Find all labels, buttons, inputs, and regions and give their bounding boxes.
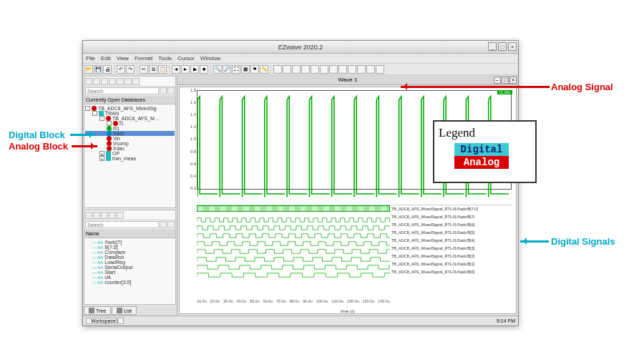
tree-item[interactable]: -TB_ADC8_AFS_M… [85, 116, 175, 121]
db-search-input[interactable] [85, 87, 159, 94]
tool-d-icon[interactable] [301, 65, 310, 74]
tree-item[interactable]: -I1 [85, 121, 175, 126]
sig-tool-icon[interactable] [101, 212, 108, 219]
maximize-button[interactable]: □ [498, 42, 507, 51]
tool-g-icon[interactable] [329, 65, 338, 74]
db-tool-icon[interactable] [85, 78, 92, 85]
digital-channel[interactable] [197, 229, 390, 235]
tree-item[interactable]: R1 [85, 126, 175, 131]
zoom-fit-icon[interactable]: ⛶ [232, 65, 240, 74]
tool-j-icon[interactable] [357, 65, 366, 74]
menu-file[interactable]: File [86, 55, 95, 62]
open-icon[interactable]: 📂 [84, 65, 93, 74]
list-item[interactable]: — ΛΛ counter[3:0] [85, 280, 175, 285]
tool-h-icon[interactable] [338, 65, 347, 74]
db-tool-icon[interactable] [132, 78, 140, 85]
save-icon[interactable]: 💾 [94, 65, 102, 74]
stop-icon[interactable]: ■ [200, 65, 208, 74]
digital-signal-label[interactable]: TB_ADC8_AFS_MixedSignal_RTL/I1/Xadc/B[6] [391, 221, 512, 228]
redo-icon[interactable]: ↷ [126, 65, 135, 74]
digital-signal-label[interactable]: TB_ADC8_AFS_MixedSignal_RTL/I1/Xadc/B[7:… [391, 205, 512, 212]
analog-signal-badge[interactable]: I1.Vin [497, 90, 512, 94]
digital-signal-label[interactable]: TB_ADC8_AFS_MixedSignal_RTL/I1/Xadc/B[4] [391, 237, 512, 243]
play-icon[interactable]: ▶ [190, 65, 199, 74]
list-item[interactable]: — ΛΛ B[7:0] [85, 245, 175, 250]
tool-l-icon[interactable] [376, 65, 384, 74]
tool-b-icon[interactable] [283, 65, 291, 74]
menu-tools[interactable]: Tools [158, 55, 172, 62]
digital-channel[interactable] [197, 245, 390, 251]
list-item[interactable]: — ΛΛ Start [85, 270, 175, 275]
sig-tool-icon[interactable] [85, 212, 92, 219]
minimize-button[interactable]: _ [488, 42, 497, 51]
digital-bus[interactable] [197, 205, 390, 212]
search-icon[interactable] [160, 221, 167, 228]
tool-e-icon[interactable] [311, 65, 319, 74]
db-tool-icon[interactable] [125, 78, 132, 85]
digital-signal-label[interactable]: TB_ADC8_AFS_MixedSignal_RTL/I1/Xadc/B[2] [391, 253, 512, 259]
undo-icon[interactable]: ↶ [117, 65, 125, 74]
tool-k-icon[interactable] [366, 65, 375, 74]
tool-a-icon[interactable] [273, 65, 282, 74]
menu-edit[interactable]: Edit [101, 55, 111, 62]
tool-f-icon[interactable] [320, 65, 328, 74]
digital-channel[interactable] [197, 237, 390, 243]
db-tree[interactable]: -TB_ADC8_AFS_MixedSig-TRAN-TB_ADC8_AFS_M… [84, 104, 175, 207]
menu-cursor[interactable]: Cursor [177, 55, 195, 62]
tree-item[interactable]: -TRAN [85, 111, 175, 116]
marker-icon[interactable]: ⚑ [250, 65, 259, 74]
tool-i-icon[interactable] [348, 65, 356, 74]
sig-tool-icon[interactable] [93, 212, 100, 219]
fwd-icon[interactable]: ► [181, 65, 190, 74]
paste-icon[interactable]: 📋 [158, 65, 167, 74]
zoom-out-icon[interactable]: 🔎 [223, 65, 231, 74]
signals-list[interactable]: — ΛΛ Xadc[?]— ΛΛ B[7:0]— ΛΛ Compare— ΛΛ … [84, 238, 175, 304]
db-tool-icon[interactable] [101, 78, 108, 85]
tree-item[interactable]: Vin [85, 136, 175, 141]
digital-channel[interactable] [197, 253, 390, 259]
wave-max-icon[interactable]: □ [502, 77, 509, 84]
digital-signal-label[interactable]: TB_ADC8_AFS_MixedSignal_RTL/I1/Xadc/B[5] [391, 229, 512, 235]
wave-pin-icon[interactable]: – [494, 77, 501, 84]
menu-format[interactable]: Format [135, 55, 152, 62]
list-item[interactable]: — ΛΛ LoadReg [85, 260, 175, 265]
digital-channel[interactable] [197, 221, 390, 228]
tab-list[interactable]: List [112, 306, 137, 315]
wave-close-icon[interactable]: × [509, 77, 517, 84]
tree-item[interactable]: Xdac [85, 146, 175, 151]
clear-icon[interactable] [167, 87, 175, 94]
tree-item[interactable]: Vcomp [85, 141, 175, 146]
digital-plot[interactable]: TB_ADC8_AFS_MixedSignal_RTL/I1/Xadc/B[7:… [197, 205, 512, 298]
digital-signal-label[interactable]: TB_ADC8_AFS_MixedSignal_RTL/I1/Xadc/B[1] [391, 260, 512, 267]
digital-channel[interactable] [197, 268, 390, 275]
tree-item[interactable]: Xadc [85, 131, 175, 136]
zoom-in-icon[interactable]: 🔍 [213, 65, 222, 74]
list-item[interactable]: — ΛΛ clk [85, 275, 175, 280]
cut-icon[interactable]: ✂ [140, 65, 148, 74]
menu-window[interactable]: Window [200, 55, 220, 62]
grid-icon[interactable]: ▦ [241, 65, 250, 74]
tool-c-icon[interactable] [292, 65, 301, 74]
copy-icon[interactable]: ⧉ [149, 65, 157, 74]
sig-tool-icon[interactable] [109, 212, 116, 219]
digital-channel[interactable] [197, 260, 390, 267]
list-item[interactable]: — ΛΛ DataRsh [85, 255, 175, 260]
list-item[interactable]: — ΛΛ Xadc[?] [85, 240, 175, 245]
db-tool-icon[interactable] [117, 78, 124, 85]
tree-item[interactable]: +tran_meas [85, 156, 175, 161]
digital-channel[interactable] [197, 213, 390, 220]
list-item[interactable]: — ΛΛ SerialOutput [85, 265, 175, 270]
db-tool-icon[interactable] [93, 78, 100, 85]
back-icon[interactable]: ◄ [172, 65, 180, 74]
digital-signal-label[interactable]: TB_ADC8_AFS_MixedSignal_RTL/I1/Xadc/B[7] [391, 213, 512, 220]
sig-tool-icon[interactable] [117, 212, 124, 219]
print-icon[interactable]: 🖨 [103, 65, 112, 74]
search-icon[interactable] [160, 87, 167, 94]
close-button[interactable]: × [508, 42, 517, 51]
workspace-tab[interactable]: Workspace1 [86, 318, 124, 324]
digital-signal-label[interactable]: TB_ADC8_AFS_MixedSignal_RTL/I1/Xadc/B[0] [391, 268, 512, 275]
db-tool-icon[interactable] [109, 78, 116, 85]
sig-search-input[interactable] [85, 221, 159, 228]
ruler-icon[interactable]: 📏 [260, 65, 268, 74]
list-item[interactable]: — ΛΛ Compare [85, 250, 175, 255]
